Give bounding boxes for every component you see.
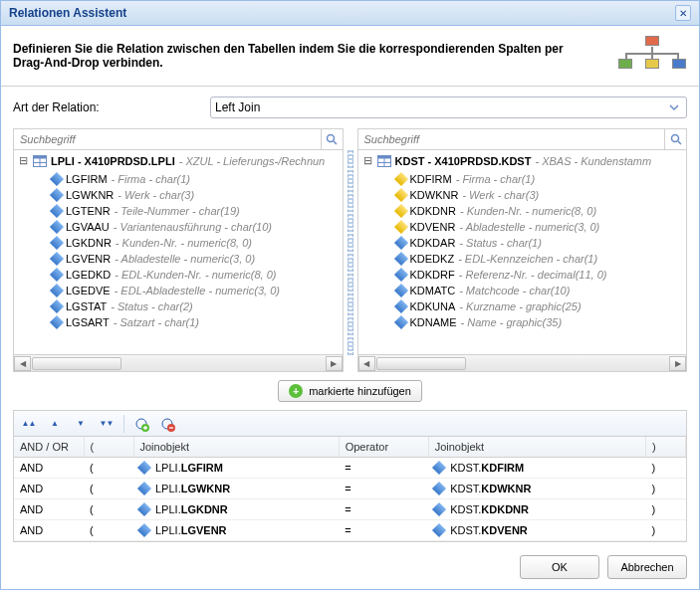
add-bar: + markierte hinzufügen [1,372,699,410]
tree-header[interactable]: ⊟LPLI - X410PRDSD.LPLI - XZUL - Lieferun… [14,150,343,171]
col-op[interactable]: Operator [339,437,428,458]
cell-join-left[interactable]: LPLI.LGFIRM [133,458,339,479]
scroll-right-icon[interactable]: ▶ [326,356,343,371]
field-icon [50,284,64,297]
search-input[interactable] [14,129,321,149]
column-item[interactable]: LGKDNR - Kunden-Nr. - numeric(8, 0) [14,235,343,251]
cell-operator[interactable]: = [339,520,428,541]
move-bottom-icon[interactable]: ▼▼ [98,415,116,433]
column-desc: - Teile-Nummer - char(19) [115,205,240,217]
column-item[interactable]: LGSART - Satzart - char(1) [14,314,343,330]
table-row[interactable]: AND(LPLI.LGVENR=KDST.KDVENR) [14,520,686,541]
column-item[interactable]: KDKDAR - Status - char(1) [358,235,687,251]
cell-join-right[interactable]: KDST.KDWKNR [428,479,645,499]
table-row[interactable]: AND(LPLI.LGWKNR=KDST.KDWKNR) [14,479,686,499]
column-desc: - EDL-Kennzeichen - char(1) [458,253,597,265]
search-input[interactable] [358,129,665,149]
move-down-icon[interactable]: ▼ [72,415,90,433]
col-andor[interactable]: AND / OR [14,437,84,458]
cell-paren-open[interactable]: ( [84,499,133,520]
cell-paren-open[interactable]: ( [84,458,133,479]
column-item[interactable]: KDNAME - Name - graphic(35) [358,314,687,330]
field-icon [50,220,64,234]
column-name: LGTENR [66,205,111,217]
scroll-right-icon[interactable]: ▶ [669,356,686,371]
collapse-icon[interactable]: ⊟ [18,154,29,167]
cell-join-right[interactable]: KDST.KDVENR [428,520,645,541]
column-item[interactable]: KDKUNA - Kurzname - graphic(25) [358,298,687,314]
column-item[interactable]: LGFIRM - Firma - char(1) [14,171,343,187]
column-item[interactable]: LGTENR - Teile-Nummer - char(19) [14,203,343,219]
cell-paren-close[interactable]: ) [646,479,686,499]
column-item[interactable]: KDKDRF - Referenz-Nr. - decimal(11, 0) [358,267,687,283]
field-icon [137,482,151,495]
move-up-icon[interactable]: ▲ [46,415,64,433]
cell-operator[interactable]: = [339,499,428,520]
plus-icon: + [289,384,303,398]
column-item[interactable]: KDVENR - Abladestelle - numeric(3, 0) [358,219,687,235]
tree-header[interactable]: ⊟KDST - X410PRDSD.KDST - XBAS - Kundenst… [358,150,687,171]
cell-join-left[interactable]: LPLI.LGWKNR [133,479,339,499]
column-item[interactable]: LGSTAT - Status - char(2) [14,298,343,314]
left-tree[interactable]: ⊟LPLI - X410PRDSD.LPLI - XZUL - Lieferun… [14,150,343,354]
column-name: LGWKNR [66,189,114,201]
scroll-left-icon[interactable]: ◀ [14,356,31,371]
column-item[interactable]: LGEDKD - EDL-Kunden-Nr. - numeric(8, 0) [14,267,343,283]
add-selected-button[interactable]: + markierte hinzufügen [278,380,422,402]
right-search [358,129,687,150]
field-icon [50,188,64,202]
cell-paren-open[interactable]: ( [84,520,133,541]
column-item[interactable]: LGVENR - Abladestelle - numeric(3, 0) [14,251,343,267]
remove-row-icon[interactable] [158,415,176,433]
column-item[interactable]: KDEDKZ - EDL-Kennzeichen - char(1) [358,251,687,267]
relation-type-select[interactable]: Left Join [210,97,687,118]
cell-paren-close[interactable]: ) [646,499,686,520]
scrollbar[interactable]: ◀ ▶ [14,354,343,371]
column-name: KDWKNR [410,189,459,201]
cell-andor[interactable]: AND [14,499,84,520]
scroll-thumb[interactable] [32,357,121,370]
column-desc: - EDL-Kunden-Nr. - numeric(8, 0) [115,269,276,281]
pane-separator[interactable] [348,150,353,355]
cancel-button[interactable]: Abbrechen [607,555,687,579]
add-row-icon[interactable] [132,415,150,433]
cell-join-right[interactable]: KDST.KDKDNR [428,499,645,520]
close-icon[interactable]: ✕ [675,5,691,21]
column-item[interactable]: KDFIRM - Firma - char(1) [358,171,687,187]
column-desc: - Werk - char(3) [462,189,539,201]
column-item[interactable]: LGWKNR - Werk - char(3) [14,187,343,203]
scroll-thumb[interactable] [376,357,466,370]
column-item[interactable]: KDKDNR - Kunden-Nr. - numeric(8, 0) [358,203,687,219]
scroll-left-icon[interactable]: ◀ [358,356,375,371]
cell-andor[interactable]: AND [14,479,84,499]
add-button-label: markierte hinzufügen [309,385,411,397]
col-join1[interactable]: Joinobjekt [133,437,339,458]
cell-join-left[interactable]: LPLI.LGKDNR [133,499,339,520]
col-paren-open[interactable]: ( [84,437,133,458]
right-tree[interactable]: ⊟KDST - X410PRDSD.KDST - XBAS - Kundenst… [358,150,687,354]
column-name: KDKDNR [410,205,456,217]
table-row[interactable]: AND(LPLI.LGFIRM=KDST.KDFIRM) [14,458,686,479]
column-item[interactable]: KDMATC - Matchcode - char(10) [358,283,687,298]
move-top-icon[interactable]: ▲▲ [20,415,38,433]
cell-paren-open[interactable]: ( [84,479,133,499]
cell-andor[interactable]: AND [14,520,84,541]
column-item[interactable]: LGVAAU - Variantenausführung - char(10) [14,219,343,235]
cell-operator[interactable]: = [339,458,428,479]
cell-paren-close[interactable]: ) [646,458,686,479]
cell-join-right[interactable]: KDST.KDFIRM [428,458,645,479]
search-icon[interactable] [321,129,343,149]
column-item[interactable]: KDWKNR - Werk - char(3) [358,187,687,203]
cell-operator[interactable]: = [339,479,428,499]
table-row[interactable]: AND(LPLI.LGKDNR=KDST.KDKDNR) [14,499,686,520]
search-icon[interactable] [664,129,686,149]
collapse-icon[interactable]: ⊟ [362,154,373,167]
cell-join-left[interactable]: LPLI.LGVENR [133,520,339,541]
col-join2[interactable]: Joinobjekt [428,437,645,458]
col-paren-close[interactable]: ) [646,437,686,458]
cell-andor[interactable]: AND [14,458,84,479]
scrollbar[interactable]: ◀ ▶ [358,354,687,371]
cell-paren-close[interactable]: ) [646,520,686,541]
ok-button[interactable]: OK [520,555,599,579]
column-item[interactable]: LGEDVE - EDL-Abladestelle - numeric(3, 0… [14,283,343,298]
